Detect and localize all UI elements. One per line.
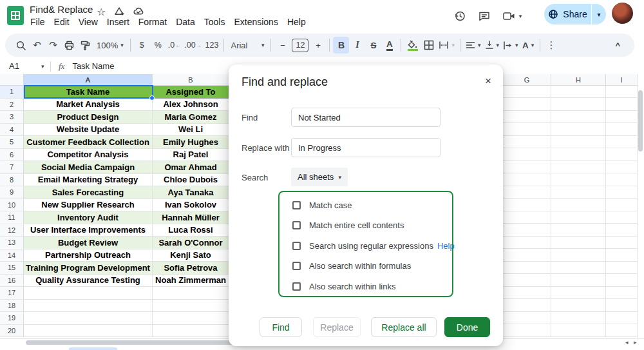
more-options-icon[interactable]: ⋮ (544, 37, 560, 53)
cell[interactable]: Website Update (24, 124, 153, 137)
row-header[interactable]: 20 (0, 325, 24, 338)
italic-button[interactable]: I (349, 37, 365, 53)
decrease-decimal-button[interactable]: .0← (166, 37, 182, 53)
cell[interactable]: Luca Rossi (153, 224, 229, 237)
column-header-h[interactable]: H (551, 74, 606, 86)
fill-color-button[interactable] (404, 37, 421, 53)
match-case-checkbox[interactable] (292, 201, 301, 209)
row-header[interactable]: 16 (0, 275, 24, 287)
row-header[interactable]: 11 (0, 211, 24, 224)
row-header[interactable]: 10 (0, 199, 24, 212)
bold-button[interactable]: B (333, 37, 349, 53)
redo-icon[interactable]: ↷ (45, 37, 61, 53)
row-header[interactable]: 2 (0, 99, 24, 112)
cell[interactable]: Sales Forecasting (24, 186, 153, 199)
cell[interactable]: Quality Assurance Testing (24, 275, 153, 287)
meet-video-icon[interactable]: ▾ (497, 5, 527, 27)
decrease-font-size-button[interactable]: − (274, 37, 290, 53)
cell[interactable]: Maria Gomez (153, 111, 229, 124)
cell[interactable]: Alex Johnson (153, 99, 229, 112)
vertical-scrollbar-thumb[interactable] (638, 90, 643, 151)
cell[interactable] (24, 287, 153, 300)
share-dropdown-icon[interactable]: ▾ (592, 11, 606, 18)
cell[interactable]: Kenji Sato (153, 249, 229, 262)
text-rotation-button[interactable]: A ▾ (520, 37, 536, 53)
row-header[interactable]: 5 (0, 136, 24, 149)
cell[interactable]: Raj Patel (153, 149, 229, 162)
cell[interactable]: Training Program Development (24, 262, 153, 275)
cell[interactable] (153, 312, 229, 325)
scroll-left-icon[interactable]: ◂ (625, 339, 629, 345)
row-header[interactable]: 18 (0, 300, 24, 313)
row-header[interactable]: 19 (0, 312, 24, 325)
row-header[interactable]: 13 (0, 237, 24, 249)
search-formulas-checkbox[interactable] (292, 262, 301, 270)
menu-format[interactable]: Format (134, 16, 171, 28)
row-header[interactable]: 15 (0, 262, 24, 275)
paint-format-icon[interactable] (77, 37, 93, 53)
horizontal-align-button[interactable]: ▾ (464, 37, 483, 53)
fill-handle[interactable] (149, 95, 155, 101)
row-header[interactable]: 8 (0, 174, 24, 187)
row-header[interactable]: 1 (0, 86, 24, 99)
menu-insert[interactable]: Insert (102, 16, 134, 28)
row-header[interactable]: 6 (0, 149, 24, 162)
select-all-corner[interactable] (0, 74, 24, 86)
cell[interactable] (153, 300, 229, 313)
row-header[interactable]: 14 (0, 249, 24, 262)
close-icon[interactable]: × (485, 75, 491, 86)
text-wrap-button[interactable]: ▾ (501, 37, 520, 53)
cell[interactable]: Market Analysis (24, 99, 153, 112)
document-title[interactable]: Find& Replace (30, 4, 93, 15)
sheet-tab[interactable] (69, 347, 117, 350)
cell[interactable]: Noah Zimmerman (153, 275, 229, 287)
sheets-logo-icon[interactable] (7, 6, 24, 25)
cell-a1[interactable]: Task Name (24, 86, 153, 99)
menu-view[interactable]: View (74, 16, 102, 28)
match-entire-cell-checkbox[interactable] (292, 221, 301, 229)
name-box[interactable]: A1 ▾ (0, 61, 50, 71)
cell[interactable]: Partnership Outreach (24, 249, 153, 262)
cell[interactable]: New Supplier Research (24, 199, 153, 212)
row-header[interactable]: 4 (0, 124, 24, 137)
done-button[interactable]: Done (444, 317, 490, 337)
row-header[interactable]: 12 (0, 224, 24, 237)
row-header[interactable]: 3 (0, 111, 24, 124)
search-icon[interactable] (13, 37, 29, 53)
menu-help[interactable]: Help (283, 16, 310, 28)
font-select[interactable]: Arial ▾ (227, 37, 267, 53)
cell[interactable]: Sarah O'Connor (153, 237, 229, 249)
formula-input[interactable]: Task Name (72, 61, 114, 71)
cell[interactable]: Email Marketing Strategy (24, 174, 153, 187)
borders-button[interactable] (421, 37, 437, 53)
cell[interactable]: Product Design (24, 111, 153, 124)
cell[interactable]: User Interface Improvements (24, 224, 153, 237)
share-button[interactable]: Share ▾ (544, 4, 606, 24)
cell[interactable]: Ivan Sokolov (153, 199, 229, 212)
more-formats-button[interactable]: 123 (204, 37, 221, 53)
strikethrough-button[interactable]: S (365, 37, 381, 53)
cell[interactable]: Wei Li (153, 124, 229, 137)
print-icon[interactable] (61, 37, 77, 53)
cell[interactable]: Chloe Dubois (153, 174, 229, 187)
search-links-checkbox[interactable] (292, 282, 301, 291)
text-color-button[interactable]: A (386, 40, 393, 51)
cell[interactable]: Aya Tanaka (153, 186, 229, 199)
undo-icon[interactable]: ↶ (29, 37, 45, 53)
cell[interactable] (24, 312, 153, 325)
replace-all-button[interactable]: Replace all (371, 317, 437, 337)
regex-checkbox[interactable] (292, 242, 301, 250)
account-avatar[interactable] (612, 3, 633, 24)
cell[interactable]: Inventory Audit (24, 211, 153, 224)
cell[interactable] (24, 300, 153, 313)
menu-tools[interactable]: Tools (200, 16, 230, 28)
zoom-select[interactable]: 100% ▾ (93, 37, 127, 53)
help-link[interactable]: Help (437, 241, 455, 251)
column-header-a[interactable]: A (24, 74, 153, 86)
cell[interactable]: Sofia Petrova (153, 262, 229, 275)
menu-edit[interactable]: Edit (50, 16, 74, 28)
menu-extensions[interactable]: Extensions (229, 16, 282, 28)
search-scope-select[interactable]: All sheets ▾ (291, 168, 348, 186)
cell[interactable] (153, 287, 229, 300)
replace-input[interactable] (291, 138, 440, 157)
